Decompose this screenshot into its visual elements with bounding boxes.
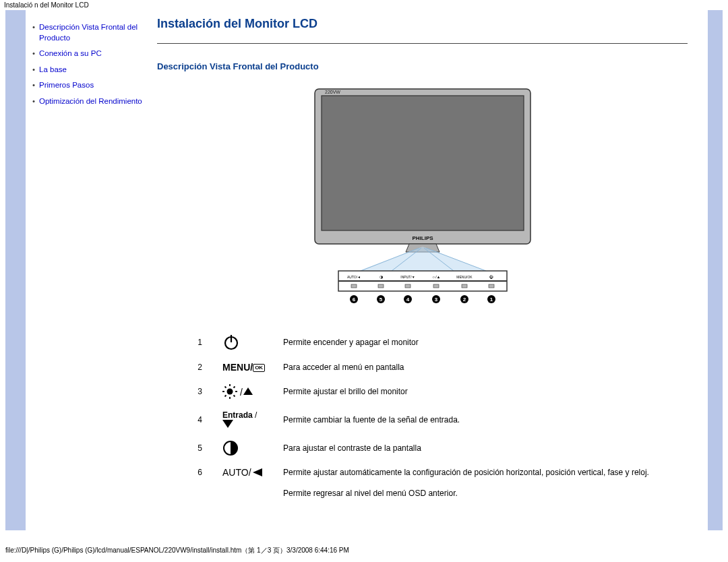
svg-text:4: 4	[406, 296, 409, 303]
button-number: 6	[189, 462, 216, 483]
svg-text:⏻: ⏻	[489, 275, 493, 279]
bullet-icon: •	[32, 49, 39, 59]
svg-text:3: 3	[434, 296, 437, 303]
svg-text:1: 1	[489, 296, 493, 303]
sidebar-item-base[interactable]: • La base	[32, 65, 144, 75]
svg-rect-18	[405, 284, 411, 288]
page-wrap: • Descripción Vista Frontal del Producto…	[5, 10, 723, 530]
power-icon	[216, 328, 276, 356]
header-strip: Instalació n del Monitor LCD	[0, 0, 728, 10]
table-row: 5 Para ajustar el contraste de la pantal…	[189, 435, 656, 462]
svg-text:☼/▲: ☼/▲	[431, 275, 440, 279]
svg-marker-47	[222, 420, 233, 428]
button-number: 1	[189, 328, 216, 356]
svg-marker-49	[253, 468, 262, 476]
svg-text:6: 6	[352, 296, 355, 303]
svg-line-43	[225, 396, 226, 397]
page-title: Instalación del Monitor LCD	[157, 17, 688, 31]
sidebar: • Descripción Vista Frontal del Producto…	[26, 10, 150, 530]
sidebar-item-primeros[interactable]: • Primeros Pasos	[32, 80, 144, 91]
bullet-icon: •	[32, 96, 39, 107]
contrast-icon	[216, 435, 276, 462]
svg-text:5: 5	[379, 296, 382, 303]
svg-rect-1	[322, 96, 524, 230]
button-number: 5	[189, 435, 216, 462]
monitor-figure: 220VW PHILIPS AUTO/◄ ◑ INPUT/▼ ☼/▲	[157, 84, 688, 308]
sidebar-item-optimizacion[interactable]: • Optimización del Rendimiento	[32, 96, 144, 107]
brightness-up-icon: /	[216, 378, 276, 405]
svg-text:220VW: 220VW	[325, 90, 340, 94]
monitor-illustration: 220VW PHILIPS AUTO/◄ ◑ INPUT/▼ ☼/▲	[301, 84, 544, 306]
table-row: 3 / Permite ajustar el brill	[189, 378, 656, 405]
svg-line-41	[225, 387, 226, 388]
bullet-icon: •	[32, 65, 39, 75]
button-desc: Permite encender y apagar el monitor	[276, 328, 656, 356]
svg-text:2: 2	[462, 296, 466, 303]
auto-back-icon: AUTO/	[216, 462, 276, 483]
sidebar-item-conexion[interactable]: • Conexión a su PC	[32, 49, 144, 59]
menu-ok-icon: MENU/OK	[216, 356, 276, 378]
table-row: 4 Entrada / Permite cambiar la fuente de…	[189, 405, 656, 435]
svg-text:INPUT/▼: INPUT/▼	[400, 275, 415, 279]
svg-line-42	[234, 396, 235, 397]
table-row: 1 Permite encender y apagar el monitor	[189, 328, 656, 356]
sidebar-item-descripcion[interactable]: • Descripción Vista Frontal del Producto	[32, 22, 144, 43]
button-desc: Permite ajustar el brillo del monitor	[276, 378, 656, 405]
right-rail	[708, 10, 723, 530]
svg-rect-9	[338, 280, 507, 282]
button-desc: Para ajustar el contraste de la pantalla	[276, 435, 656, 462]
input-down-icon: Entrada /	[216, 405, 276, 435]
table-row: 6 AUTO/ Permite ajustar automáticamente …	[189, 462, 656, 483]
svg-rect-19	[433, 284, 439, 288]
button-desc-extra: Permite regresar al nivel del menú OSD a…	[276, 483, 656, 503]
sidebar-link[interactable]: Descripción Vista Frontal del Producto	[39, 22, 144, 43]
button-desc: Permite cambiar la fuente de la señal de…	[276, 405, 656, 435]
divider	[157, 43, 688, 44]
svg-text:MENU/OK: MENU/OK	[456, 275, 473, 279]
footer: file:///D|/Philips (G)/Philips (G)/lcd/m…	[0, 544, 728, 557]
table-row: Permite regresar al nivel del menú OSD a…	[189, 483, 656, 503]
sidebar-link[interactable]: Primeros Pasos	[39, 80, 94, 91]
svg-marker-46	[243, 387, 253, 395]
svg-rect-17	[378, 284, 384, 288]
svg-rect-21	[489, 284, 494, 288]
left-rail	[5, 10, 26, 530]
main-content: Instalación del Monitor LCD Descripción …	[150, 10, 708, 530]
button-desc: Para acceder al menú en pantalla	[276, 356, 656, 378]
button-number: 2	[189, 356, 216, 378]
button-desc: Permite ajustar automáticamente la confi…	[276, 462, 656, 483]
svg-text:PHILIPS: PHILIPS	[412, 235, 433, 241]
svg-line-44	[234, 387, 235, 388]
svg-rect-16	[351, 284, 357, 288]
sidebar-link[interactable]: La base	[39, 65, 67, 75]
sidebar-link[interactable]: Conexión a su PC	[39, 49, 102, 59]
svg-text:AUTO/◄: AUTO/◄	[346, 275, 360, 279]
buttons-table: 1 Permite encender y apagar el monitor 2…	[189, 328, 656, 503]
svg-text:/: /	[240, 387, 243, 398]
svg-text:◑: ◑	[379, 275, 382, 279]
bullet-icon: •	[32, 80, 39, 91]
bullet-icon: •	[32, 22, 39, 33]
svg-rect-20	[462, 284, 467, 288]
svg-point-36	[227, 389, 233, 395]
section-title: Descripción Vista Frontal del Producto	[157, 61, 688, 71]
sidebar-link[interactable]: Optimización del Rendimiento	[39, 96, 142, 107]
table-row: 2 MENU/OK Para acceder al menú en pantal…	[189, 356, 656, 378]
button-number: 4	[189, 405, 216, 435]
button-number: 3	[189, 378, 216, 405]
